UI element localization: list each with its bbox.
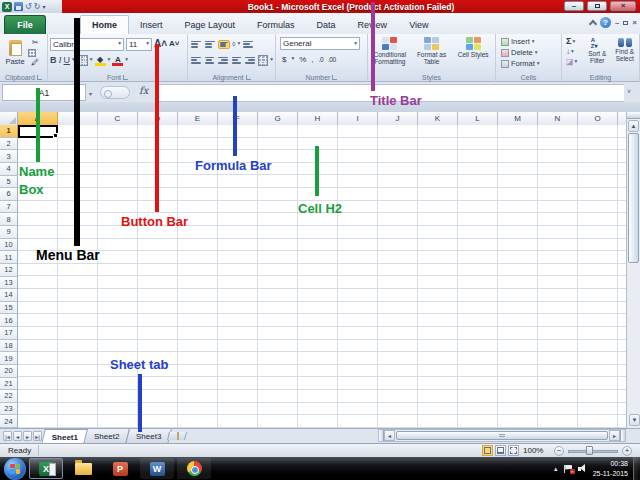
sheet-tab-sheet2[interactable]: Sheet2 [83,429,130,444]
format-cells-button[interactable]: Format▾ [498,58,559,69]
zoom-slider-track[interactable] [568,450,618,453]
taskbar-chrome-icon[interactable] [177,458,211,479]
row-header-9[interactable]: 9 [0,226,18,239]
top-align-icon[interactable] [190,40,202,49]
font-color-icon[interactable]: A [112,55,123,66]
format-painter-icon[interactable]: 🖉 [28,59,42,67]
delete-cells-button[interactable]: Delete▾ [498,47,559,58]
row-header-21[interactable]: 21 [0,378,18,391]
page-break-view-icon[interactable] [508,445,519,456]
help-icon[interactable]: ? [600,17,611,28]
taskbar-file-explorer-icon[interactable] [66,458,100,479]
tab-data[interactable]: Data [306,15,347,34]
prev-sheet-icon[interactable]: ◂ [13,431,22,441]
column-header-n[interactable]: N [538,112,578,125]
paste-button[interactable]: Paste [2,36,28,70]
zoom-in-icon[interactable]: + [622,446,632,456]
bold-button[interactable]: B [50,56,57,65]
middle-align-icon[interactable] [204,40,216,49]
row-header-6[interactable]: 6 [0,188,18,201]
row-header-19[interactable]: 19 [0,352,18,365]
volume-icon[interactable] [578,464,588,473]
font-dialog-launcher[interactable] [123,75,128,80]
workbook-minimize-icon[interactable]: – [615,19,619,27]
tab-insert[interactable]: Insert [129,15,174,34]
fill-button[interactable]: ↓▾ [566,48,582,56]
vertical-split-handle[interactable] [627,112,640,119]
column-header-o[interactable]: O [578,112,618,125]
column-header-i[interactable]: I [338,112,378,125]
column-header-k[interactable]: K [418,112,458,125]
cell-styles-button[interactable]: Cell Styles [453,37,493,70]
horizontal-split-handle-right[interactable] [620,430,625,441]
percent-style-icon[interactable]: % [299,55,306,64]
save-icon[interactable] [14,2,23,11]
column-header-j[interactable]: J [378,112,418,125]
align-center-icon[interactable] [204,56,216,65]
sheet-tab-sheet3[interactable]: Sheet3 [125,429,172,444]
scroll-left-icon[interactable]: ◂ [384,430,395,441]
tab-formulas[interactable]: Formulas [246,15,306,34]
hidden-icons-icon[interactable]: ▲ [553,466,559,472]
horizontal-scrollbar-thumb[interactable] [396,431,608,440]
scroll-up-icon[interactable]: ▲ [628,120,639,132]
qat-customize-dropdown-icon[interactable]: ▾ [42,4,45,10]
row-header-2[interactable]: 2 [0,138,18,151]
restore-button[interactable] [587,1,607,11]
number-dialog-launcher[interactable] [332,75,337,80]
row-header-1[interactable]: 1 [0,125,18,138]
comma-style-icon[interactable]: , [311,55,313,64]
clipboard-dialog-launcher[interactable] [37,75,42,80]
column-header-l[interactable]: L [458,112,498,125]
column-header-m[interactable]: M [498,112,538,125]
horizontal-scrollbar[interactable]: ◂ ▸ [378,429,626,442]
autosum-button[interactable]: Σ▾ [566,37,582,46]
underline-button[interactable]: U [64,56,71,65]
taskbar-powerpoint-icon[interactable]: P [103,458,137,479]
decrease-decimal-icon[interactable]: .00 [328,56,336,63]
column-header-f[interactable]: F [218,112,258,125]
row-header-5[interactable]: 5 [0,176,18,189]
action-center-flag-icon[interactable]: × [564,465,573,473]
conditional-formatting-button[interactable]: Conditional Formatting [370,37,410,70]
row-header-13[interactable]: 13 [0,277,18,290]
font-name-select[interactable]: Calibri▾ [50,38,124,51]
row-header-10[interactable]: 10 [0,239,18,252]
align-left-icon[interactable] [190,56,202,65]
merge-center-icon[interactable] [258,55,269,66]
fill-color-icon[interactable]: ◆ [95,55,106,66]
increase-indent-icon[interactable] [244,56,256,65]
row-header-16[interactable]: 16 [0,314,18,327]
scroll-down-icon[interactable]: ▼ [629,414,640,426]
sort-filter-button[interactable]: AZ▾ Sort & Filter [585,37,610,70]
row-header-4[interactable]: 4 [0,163,18,176]
insert-function-icon[interactable]: fx [139,85,148,96]
italic-button[interactable]: I [59,56,62,65]
taskbar-clock[interactable]: 00:38 25-11-2015 [593,459,628,477]
zoom-slider-handle[interactable] [586,446,593,455]
windows-start-button[interactable] [4,458,26,480]
column-header-h[interactable]: H [298,112,338,125]
row-header-3[interactable]: 3 [0,150,18,163]
column-header-partial[interactable] [618,112,626,125]
workbook-restore-icon[interactable] [623,19,628,27]
zoom-out-icon[interactable]: − [554,446,564,456]
minimize-ribbon-icon[interactable] [589,20,597,28]
worksheet-grid[interactable] [18,125,626,428]
copy-icon[interactable] [28,49,36,57]
bottom-align-icon[interactable] [218,40,230,49]
next-sheet-icon[interactable]: ▸ [23,431,32,441]
show-desktop-button[interactable] [633,457,640,480]
vertical-scrollbar-thumb[interactable] [628,133,639,263]
row-header-17[interactable]: 17 [0,327,18,340]
row-header-11[interactable]: 11 [0,251,18,264]
row-header-15[interactable]: 15 [0,302,18,315]
expand-formula-bar-icon[interactable]: ˅ [627,88,631,95]
column-header-g[interactable]: G [258,112,298,125]
close-button[interactable]: × [610,1,636,11]
taskbar-word-icon[interactable]: W [140,458,174,479]
insert-cells-button[interactable]: Insert▾ [498,36,559,47]
tab-home[interactable]: Home [80,15,129,34]
vertical-scrollbar[interactable]: ▲ ▼ [626,112,640,428]
tab-page-layout[interactable]: Page Layout [174,15,247,34]
